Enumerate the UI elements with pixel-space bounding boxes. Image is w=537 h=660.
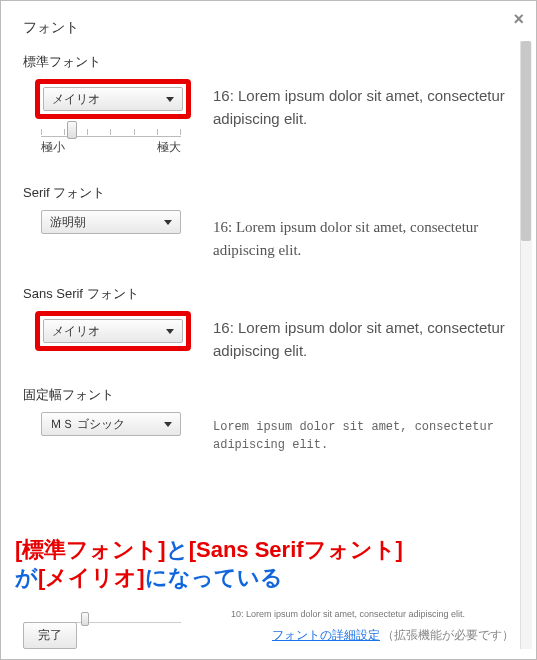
fixed-font-section: 固定幅フォント ＭＳ ゴシック Lorem ipsum dolor sit am… [23,386,514,454]
dropdown-value: ＭＳ ゴシック [50,416,125,433]
sans-font-dropdown[interactable]: メイリオ [43,319,183,343]
link-note: （拡張機能が必要です） [382,628,514,642]
footer: 完了 フォントの詳細設定（拡張機能が必要です） [23,622,514,649]
chevron-down-icon [164,422,172,427]
serif-sample-text: 16: Lorem ipsum dolor sit amet, consecte… [213,210,514,261]
serif-font-label: Serif フォント [23,184,514,202]
sans-font-label: Sans Serif フォント [23,285,514,303]
dropdown-value: 游明朝 [50,214,86,231]
annotation-overlay: [標準フォント]と[Sans Serifフォント] が[メイリオ]になっている [11,530,526,599]
advanced-font-settings-link[interactable]: フォントの詳細設定 [272,628,380,642]
standard-highlight: メイリオ [35,79,191,119]
standard-font-label: 標準フォント [23,53,514,71]
fixed-font-dropdown[interactable]: ＭＳ ゴシック [41,412,181,436]
standard-font-dropdown[interactable]: メイリオ [43,87,183,111]
standard-font-section: 標準フォント メイリオ 極小 極大 [23,53,514,160]
slider-thumb[interactable] [67,121,77,139]
slider-max-label: 極大 [157,139,181,156]
fixed-font-label: 固定幅フォント [23,386,514,404]
slider-min-label: 極小 [41,139,65,156]
standard-size-slider[interactable]: 極小 極大 [41,131,181,156]
standard-sample-text: 16: Lorem ipsum dolor sit amet, consecte… [213,79,514,130]
annotation-text: になっている [145,565,283,590]
sans-sample-text: 16: Lorem ipsum dolor sit amet, consecte… [213,311,514,362]
min-size-sample-text: 10: Lorem ipsum dolor sit amet, consecte… [231,609,506,619]
sans-highlight: メイリオ [35,311,191,351]
annotation-text: [Sans Serifフォント] [189,537,403,562]
dropdown-value: メイリオ [52,91,100,108]
done-button[interactable]: 完了 [23,622,77,649]
chevron-down-icon [164,220,172,225]
serif-font-section: Serif フォント 游明朝 16: Lorem ipsum dolor sit… [23,184,514,261]
serif-font-dropdown[interactable]: 游明朝 [41,210,181,234]
chevron-down-icon [166,97,174,102]
annotation-text: と [166,537,189,562]
dialog-title: フォント [23,19,514,37]
annotation-text: が [15,565,38,590]
close-button[interactable]: × [513,9,524,30]
fixed-sample-text: Lorem ipsum dolor sit amet, consectetur … [213,412,514,454]
annotation-text: [メイリオ] [38,565,145,590]
scrollbar[interactable] [520,41,532,649]
font-dialog: × フォント 標準フォント メイリオ 極小 [0,0,537,660]
annotation-text: [標準フォント] [15,537,166,562]
sans-font-section: Sans Serif フォント メイリオ 16: Lorem ipsum dol… [23,285,514,362]
scrollbar-thumb[interactable] [521,41,531,241]
chevron-down-icon [166,329,174,334]
dropdown-value: メイリオ [52,323,100,340]
